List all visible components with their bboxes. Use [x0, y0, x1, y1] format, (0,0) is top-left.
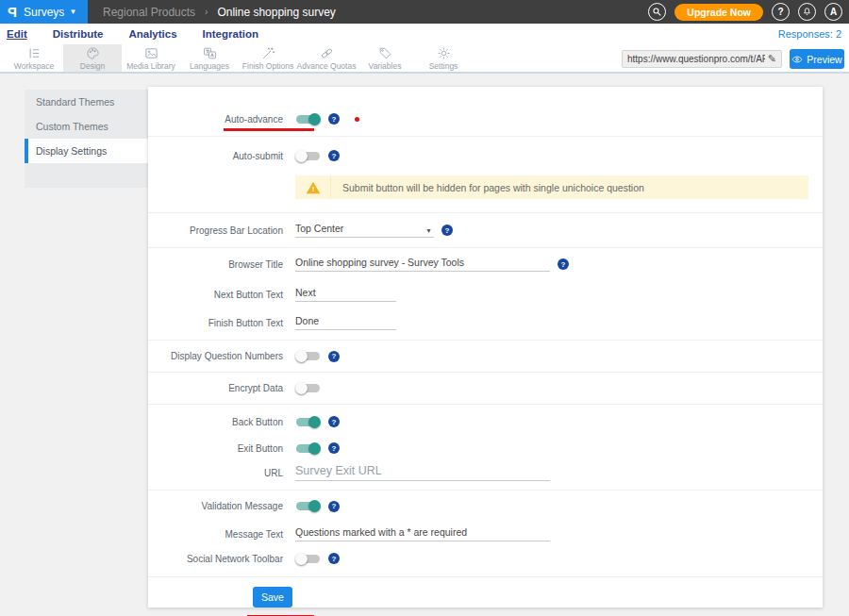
sidebar-item-custom-themes[interactable]: Custom Themes — [25, 114, 148, 139]
back-button-label: Back Button — [148, 417, 283, 427]
breadcrumb: Regional Products › Online shopping surv… — [103, 6, 336, 19]
encrypt-data-label: Encrypt Data — [148, 383, 283, 393]
search-icon[interactable] — [648, 3, 666, 21]
progress-bar-location-label: Progress Bar Location — [148, 225, 283, 236]
next-button-text-input[interactable]: Next — [295, 287, 396, 302]
next-button-text-label: Next Button Text — [148, 290, 283, 300]
message-text-input[interactable]: Questions marked with a * are required — [295, 526, 550, 541]
auto-advance-label: Auto-advance — [148, 114, 283, 125]
toolbar-item-finish-options[interactable]: Finish Options — [239, 44, 297, 72]
social-network-toolbar-toggle[interactable] — [295, 553, 321, 565]
social-network-toolbar-label: Social Network Toolbar — [148, 554, 283, 564]
message-text-label: Message Text — [148, 529, 283, 540]
validation-message-label: Validation Message — [148, 501, 283, 511]
browser-title-input[interactable]: Online shopping survey - Survey Tools — [295, 257, 550, 272]
surveys-menu[interactable]: P Surveys ▼ — [0, 0, 88, 24]
translate-icon — [203, 46, 217, 60]
social-network-toolbar-help-icon[interactable]: ? — [328, 553, 340, 564]
chevron-down-icon: ▼ — [69, 8, 76, 16]
exit-button-help-icon[interactable]: ? — [328, 442, 340, 454]
progress-bar-location-select[interactable]: Top Center ▼ — [295, 223, 434, 238]
display-question-numbers-help-icon[interactable]: ? — [328, 351, 340, 362]
design-sidebar: Standard Themes Custom Themes Display Se… — [25, 90, 148, 188]
breadcrumb-separator-icon: › — [205, 7, 208, 17]
tag-icon — [378, 46, 392, 60]
back-button-toggle[interactable] — [295, 416, 321, 428]
display-question-numbers-toggle[interactable] — [295, 350, 321, 362]
nav-tab-edit[interactable]: Edit — [6, 26, 28, 42]
questionpro-logo-icon: P — [8, 5, 17, 19]
save-button[interactable]: Save — [253, 587, 292, 608]
eye-icon — [791, 55, 803, 64]
progress-bar-help-icon[interactable]: ? — [441, 225, 453, 236]
palette-icon — [86, 46, 100, 60]
exit-button-toggle[interactable] — [295, 442, 321, 455]
display-question-numbers-label: Display Question Numbers — [148, 351, 283, 361]
annotation-dot — [355, 117, 359, 122]
svg-text:!: ! — [311, 185, 314, 193]
breadcrumb-parent[interactable]: Regional Products — [103, 6, 195, 19]
help-button[interactable]: ? — [772, 3, 790, 21]
wand-icon — [261, 46, 275, 60]
submit-hidden-warning: ! Submit button will be hidden for pages… — [295, 175, 808, 199]
top-bar: P Surveys ▼ Regional Products › Online s… — [0, 0, 849, 24]
back-button-help-icon[interactable]: ? — [328, 416, 340, 427]
browser-title-label: Browser Title — [148, 259, 283, 270]
edit-url-icon[interactable]: ✎ — [768, 53, 776, 65]
auto-advance-toggle[interactable] — [295, 113, 321, 125]
display-settings-panel: Auto-advance ? Auto-submit ? ! Submit bu… — [148, 87, 823, 608]
nav-tab-analytics[interactable]: Analytics — [127, 26, 177, 42]
toolbar-item-variables[interactable]: Variables — [356, 44, 414, 72]
section-nav: Edit Distribute Analytics Integration Re… — [0, 24, 849, 44]
toolbar-item-design[interactable]: Design — [63, 44, 122, 72]
design-toolbar: Workspace Design Media Library Languages… — [0, 44, 849, 74]
avatar[interactable]: A — [824, 3, 842, 21]
auto-advance-help-icon[interactable]: ? — [328, 113, 340, 125]
annotation-underline-auto-advance — [224, 128, 314, 131]
gear-icon — [437, 46, 451, 60]
sidebar-item-display-settings[interactable]: Display Settings — [25, 139, 148, 163]
validation-message-help-icon[interactable]: ? — [328, 501, 340, 512]
toolbar-item-settings[interactable]: Settings — [414, 44, 473, 72]
bell-icon[interactable] — [798, 3, 816, 21]
responses-count[interactable]: Responses: 2 — [778, 28, 849, 40]
image-icon — [144, 46, 158, 60]
chevron-down-icon: ▼ — [425, 227, 434, 234]
validation-message-toggle[interactable] — [295, 500, 321, 512]
exit-url-label: URL — [148, 468, 283, 478]
toolbar-item-workspace[interactable]: Workspace — [5, 44, 63, 72]
sidebar-item-standard-themes[interactable]: Standard Themes — [25, 90, 148, 114]
divider — [148, 404, 823, 405]
workspace-icon — [27, 46, 42, 60]
finish-button-text-input[interactable]: Done — [295, 315, 396, 330]
surveys-menu-label: Surveys — [24, 6, 64, 19]
warning-text: Submit button will be hidden for pages w… — [331, 182, 644, 193]
auto-submit-toggle[interactable] — [295, 150, 321, 162]
encrypt-data-toggle[interactable] — [295, 382, 321, 394]
warning-triangle-icon: ! — [306, 181, 321, 194]
toolbar-item-languages[interactable]: Languages — [180, 44, 239, 72]
preview-button[interactable]: Preview — [790, 49, 844, 69]
breadcrumb-current: Online shopping survey — [217, 6, 335, 19]
page-content: Standard Themes Custom Themes Display Se… — [0, 74, 849, 614]
browser-title-help-icon[interactable]: ? — [558, 258, 569, 270]
toolbar-item-advance-quotas[interactable]: Advance Quotas — [297, 44, 356, 72]
auto-submit-help-icon[interactable]: ? — [328, 150, 340, 161]
nav-tab-distribute[interactable]: Distribute — [52, 26, 105, 42]
survey-url-value: https://www.questionpro.com/t/APNrFZ — [627, 54, 765, 64]
auto-submit-label: Auto-submit — [148, 151, 283, 161]
nav-tab-integration[interactable]: Integration — [202, 26, 259, 42]
survey-url-field[interactable]: https://www.questionpro.com/t/APNrFZ ✎ — [622, 50, 782, 68]
exit-url-input[interactable]: Survey Exit URL — [295, 464, 550, 481]
upgrade-now-button[interactable]: Upgrade Now — [674, 4, 763, 21]
chain-icon — [320, 46, 334, 60]
finish-button-text-label: Finish Button Text — [148, 318, 283, 328]
sidebar-spacer — [25, 163, 148, 188]
toolbar-item-media-library[interactable]: Media Library — [122, 44, 180, 72]
exit-button-label: Exit Button — [148, 443, 283, 454]
